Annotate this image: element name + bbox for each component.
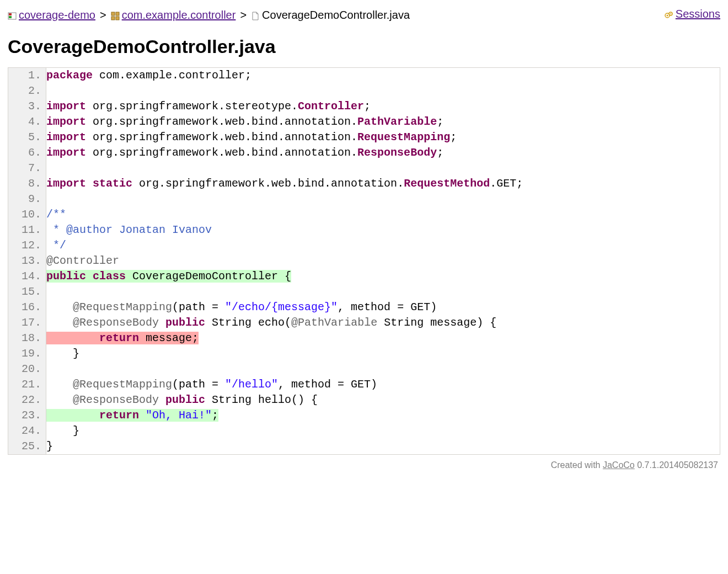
breadcrumb-current-label: CoverageDemoController.java bbox=[262, 9, 410, 22]
code-line: 7 bbox=[8, 161, 720, 176]
code-cell: @RequestMapping(path = "/hello", method … bbox=[46, 377, 720, 392]
breadcrumb-item-current: CoverageDemoController.java bbox=[251, 9, 410, 22]
line-number: 18 bbox=[8, 331, 46, 346]
svg-rect-3 bbox=[111, 12, 115, 15]
code-line: 25} bbox=[8, 439, 720, 454]
code-cell: */ bbox=[46, 238, 720, 253]
line-number: 16 bbox=[8, 300, 46, 315]
code-line: 4import org.springframework.web.bind.ann… bbox=[8, 114, 720, 130]
svg-point-10 bbox=[670, 13, 671, 14]
breadcrumb-separator: > bbox=[240, 9, 247, 22]
line-number: 24 bbox=[8, 423, 46, 439]
breadcrumb-separator: > bbox=[100, 9, 106, 22]
code-cell: } bbox=[46, 346, 720, 362]
source-container: 1package com.example.controller;2 3impor… bbox=[8, 67, 720, 455]
code-line: 24 } bbox=[8, 423, 720, 439]
svg-rect-4 bbox=[116, 12, 119, 15]
sessions-label: Sessions bbox=[676, 8, 720, 20]
code-cell: @ResponseBody public String echo(@PathVa… bbox=[46, 315, 720, 331]
line-number: 23 bbox=[8, 408, 46, 423]
code-cell: * @author Jonatan Ivanov bbox=[46, 222, 720, 238]
breadcrumb-item-report: coverage-demo bbox=[8, 9, 95, 22]
line-number: 14 bbox=[8, 269, 46, 284]
report-icon bbox=[8, 10, 17, 19]
code-line: 23 return "Oh, Hai!"; bbox=[8, 408, 720, 423]
line-number: 2 bbox=[8, 83, 46, 99]
svg-rect-1 bbox=[9, 13, 12, 15]
coverage-full: return "Oh, Hai!"; bbox=[46, 409, 218, 422]
code-line: 8import static org.springframework.web.b… bbox=[8, 176, 720, 192]
sessions-link[interactable]: Sessions bbox=[665, 8, 720, 20]
line-number: 22 bbox=[8, 392, 46, 408]
breadcrumb-left: coverage-demo > com.example.controller >… bbox=[8, 9, 410, 22]
code-line: 9 bbox=[8, 192, 720, 207]
svg-rect-6 bbox=[116, 17, 119, 20]
code-cell: import org.springframework.web.bind.anno… bbox=[46, 145, 720, 161]
code-cell: @ResponseBody public String hello() { bbox=[46, 392, 720, 408]
line-number: 5 bbox=[8, 130, 46, 145]
line-number: 1 bbox=[8, 68, 46, 83]
line-number: 10 bbox=[8, 207, 46, 222]
code-cell bbox=[46, 284, 720, 300]
code-cell: @RequestMapping(path = "/echo/{message}"… bbox=[46, 300, 720, 315]
source-table: 1package com.example.controller;2 3impor… bbox=[8, 68, 720, 454]
sessions-icon bbox=[665, 10, 673, 19]
breadcrumb-link-report[interactable]: coverage-demo bbox=[19, 9, 95, 22]
code-cell bbox=[46, 83, 720, 99]
code-line: 10/** bbox=[8, 207, 720, 222]
java-file-icon bbox=[251, 10, 260, 19]
footer: Created with JaCoCo 0.7.1.201405082137 bbox=[8, 460, 720, 470]
line-number: 25 bbox=[8, 439, 46, 454]
line-number: 3 bbox=[8, 99, 46, 114]
line-number: 21 bbox=[8, 377, 46, 392]
line-number: 12 bbox=[8, 238, 46, 253]
code-cell: import org.springframework.web.bind.anno… bbox=[46, 130, 720, 145]
page-title: CoverageDemoController.java bbox=[8, 36, 720, 57]
breadcrumb-right: Sessions bbox=[665, 8, 720, 23]
code-cell bbox=[46, 161, 720, 176]
coverage-full: public class CoverageDemoController { bbox=[46, 270, 291, 283]
svg-rect-5 bbox=[111, 17, 115, 20]
line-number: 4 bbox=[8, 114, 46, 130]
code-cell: import org.springframework.stereotype.Co… bbox=[46, 99, 720, 114]
breadcrumb-item-package: com.example.controller bbox=[111, 9, 236, 22]
code-cell: /** bbox=[46, 207, 720, 222]
code-cell: return "Oh, Hai!"; bbox=[46, 408, 720, 423]
line-number: 7 bbox=[8, 161, 46, 176]
coverage-none: return message; bbox=[46, 332, 199, 344]
code-cell: return message; bbox=[46, 331, 720, 346]
line-number: 17 bbox=[8, 315, 46, 331]
code-line: 13@Controller bbox=[8, 253, 720, 269]
line-number: 20 bbox=[8, 362, 46, 377]
code-cell bbox=[46, 192, 720, 207]
line-number: 9 bbox=[8, 192, 46, 207]
code-line: 16 @RequestMapping(path = "/echo/{messag… bbox=[8, 300, 720, 315]
line-number: 19 bbox=[8, 346, 46, 362]
code-line: 11 * @author Jonatan Ivanov bbox=[8, 222, 720, 238]
svg-point-8 bbox=[666, 14, 668, 16]
code-line: 12 */ bbox=[8, 238, 720, 253]
code-line: 2 bbox=[8, 83, 720, 99]
line-number: 13 bbox=[8, 253, 46, 269]
code-line: 1package com.example.controller; bbox=[8, 68, 720, 83]
line-number: 8 bbox=[8, 176, 46, 192]
breadcrumb-link-package[interactable]: com.example.controller bbox=[122, 9, 236, 22]
code-cell: } bbox=[46, 423, 720, 439]
code-line: 5import org.springframework.web.bind.ann… bbox=[8, 130, 720, 145]
svg-rect-2 bbox=[9, 16, 12, 18]
code-line: 18 return message; bbox=[8, 331, 720, 346]
line-number: 15 bbox=[8, 284, 46, 300]
code-cell: import org.springframework.web.bind.anno… bbox=[46, 114, 720, 130]
footer-jacoco-link[interactable]: JaCoCo bbox=[603, 460, 635, 470]
code-cell: package com.example.controller; bbox=[46, 68, 720, 83]
code-line: 20 bbox=[8, 362, 720, 377]
breadcrumb-bar: coverage-demo > com.example.controller >… bbox=[8, 6, 720, 25]
code-line: 14public class CoverageDemoController { bbox=[8, 269, 720, 284]
footer-version: 0.7.1.201405082137 bbox=[635, 460, 718, 470]
code-cell: @Controller bbox=[46, 253, 720, 269]
code-line: 15 bbox=[8, 284, 720, 300]
line-number: 11 bbox=[8, 222, 46, 238]
code-line: 3import org.springframework.stereotype.C… bbox=[8, 99, 720, 114]
code-cell bbox=[46, 362, 720, 377]
footer-prefix: Created with bbox=[551, 460, 603, 470]
